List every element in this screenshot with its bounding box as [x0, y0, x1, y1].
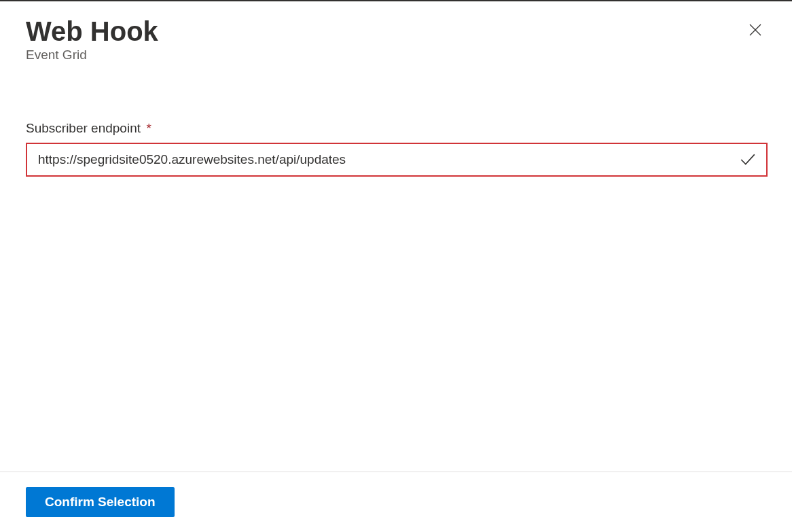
endpoint-field-label: Subscriber endpoint *: [26, 123, 151, 135]
confirm-selection-button[interactable]: Confirm Selection: [26, 487, 175, 517]
close-button[interactable]: [746, 20, 765, 39]
subscriber-endpoint-input[interactable]: [27, 144, 766, 175]
page-title: Web Hook: [26, 15, 766, 48]
checkmark-icon: [739, 151, 757, 169]
close-icon: [747, 22, 763, 38]
form-section: Subscriber endpoint *: [26, 121, 766, 177]
endpoint-input-container: [26, 143, 768, 177]
endpoint-label-text: Subscriber endpoint: [26, 121, 141, 136]
panel-footer: Confirm Selection: [0, 472, 792, 532]
page-subtitle: Event Grid: [26, 48, 766, 63]
required-indicator: *: [146, 121, 151, 135]
panel-content: Web Hook Event Grid Subscriber endpoint …: [0, 0, 792, 177]
